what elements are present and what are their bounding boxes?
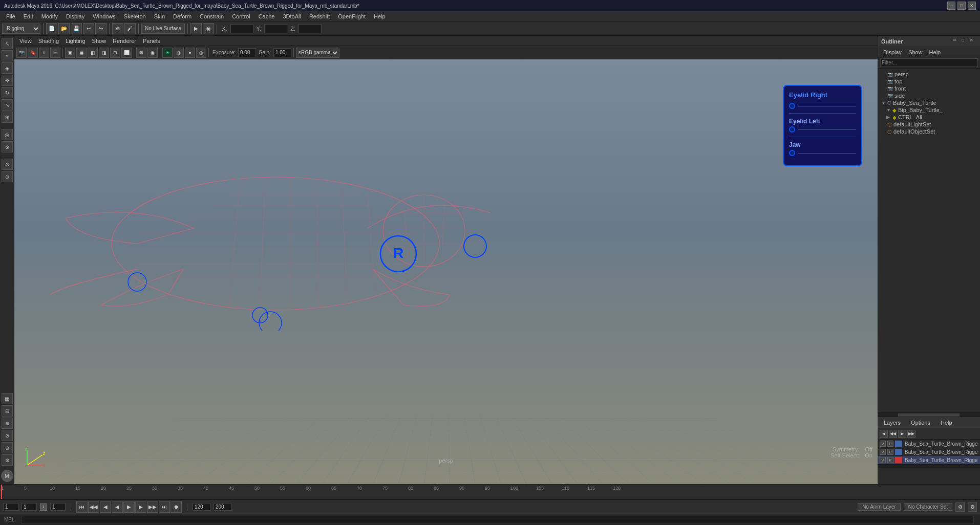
points-button[interactable]: ⊡ (110, 48, 120, 58)
vp-menu-shading[interactable]: Shading (35, 37, 62, 45)
char-settings-button[interactable]: ⚙ (968, 502, 977, 512)
grid-toggle-button[interactable]: # (39, 48, 49, 58)
rotate-tool[interactable]: ↻ (2, 87, 13, 98)
show-manipulator-tool[interactable]: ⊗ (2, 141, 13, 152)
bookmarks-button[interactable]: 🔖 (28, 48, 38, 58)
outliner-float-button[interactable]: □ (962, 38, 969, 45)
snap-button[interactable]: ⊕ (2, 418, 13, 429)
eyelid-left-dot[interactable] (789, 126, 795, 133)
menu-cache[interactable]: Cache (254, 12, 279, 20)
film-gate-button[interactable]: ▭ (50, 48, 60, 58)
soft-modification-tool[interactable]: ◎ (2, 129, 13, 140)
menu-control[interactable]: Control (228, 12, 254, 20)
extra2-button[interactable]: ⊛ (2, 454, 13, 466)
menu-display[interactable]: Display (62, 12, 89, 20)
vp-menu-lighting[interactable]: Lighting (62, 37, 89, 45)
paint-select-tool[interactable]: ◈ (2, 62, 13, 74)
eyelid-right-dot[interactable] (789, 103, 795, 109)
outliner-close-button[interactable]: ✕ (970, 38, 977, 45)
menu-edit[interactable]: Edit (19, 12, 37, 20)
save-file-button[interactable]: 💾 (71, 23, 82, 34)
timeline-ruler[interactable]: 1 5 10 15 20 25 30 35 40 45 50 55 60 65 … (0, 485, 980, 499)
undo-button[interactable]: ↩ (83, 23, 94, 34)
deform-button[interactable]: ⊘ (2, 430, 13, 441)
select-tool[interactable]: ↖ (2, 38, 13, 49)
prev-key-button[interactable]: ◀ (100, 501, 111, 513)
vp-menu-view[interactable]: View (16, 37, 35, 45)
timeline-playhead[interactable] (1, 485, 2, 499)
universal-tool[interactable]: ⊞ (2, 112, 13, 123)
sculpt-tool[interactable]: ⊜ (2, 159, 13, 170)
frame-start-input[interactable] (3, 503, 18, 511)
depth-of-field-button[interactable]: ◎ (196, 48, 206, 58)
color-space-dropdown[interactable]: sRGB gamma (296, 48, 339, 58)
anim-end2-input[interactable] (214, 503, 231, 511)
outliner-search-input[interactable] (880, 58, 978, 67)
outliner-scrollbar[interactable] (878, 413, 980, 417)
quick-layout-button[interactable]: ▦ (2, 393, 13, 404)
3d-viewport[interactable]: R Eyelid Right (14, 59, 878, 484)
go-to-start-button[interactable]: ⏮ (76, 501, 88, 513)
redo-button[interactable]: ↪ (95, 23, 106, 34)
ipr-button[interactable]: ◉ (203, 23, 214, 34)
outliner-item-bip-baby-turtle[interactable]: ▼ ◆ Bip_Baby_Turtle_ (880, 106, 978, 114)
layers-fwd-button[interactable]: ▶▶ (907, 430, 915, 438)
live-surface-button[interactable]: No Live Surface (141, 24, 185, 34)
layer3-visibility[interactable]: V (880, 457, 886, 463)
outliner-menu-show[interactable]: Show (905, 48, 926, 56)
y-input[interactable] (264, 24, 287, 33)
outliner-item-default-light-set[interactable]: ⬡ defaultLightSet (880, 121, 978, 128)
vp-menu-panels[interactable]: Panels (140, 37, 163, 45)
lighting-button[interactable]: ☀ (162, 48, 173, 58)
step-back-button[interactable]: ◀◀ (88, 501, 99, 513)
grid-button[interactable]: ⊟ (2, 405, 13, 417)
layers-back-button[interactable]: ◀◀ (889, 430, 897, 438)
move-tool[interactable]: ✛ (2, 75, 13, 86)
anim-end-input[interactable] (193, 503, 210, 511)
close-button[interactable]: ✕ (968, 2, 976, 10)
new-file-button[interactable]: 📄 (46, 23, 57, 34)
maximize-button[interactable]: □ (957, 2, 966, 10)
xray-button[interactable]: ⊠ (136, 48, 146, 58)
mode-dropdown[interactable]: Rigging Animation Modeling (2, 24, 40, 34)
menu-windows[interactable]: Windows (89, 12, 120, 20)
exposure-input[interactable] (238, 48, 256, 57)
outliner-item-ctrl-all[interactable]: ▶ ◆ CTRL_All (880, 114, 978, 121)
gain-input[interactable] (273, 48, 291, 57)
outliner-item-front[interactable]: 📷 front (880, 85, 978, 92)
layer2-playback[interactable]: P (887, 449, 893, 455)
z-input[interactable] (299, 24, 322, 33)
outliner-item-baby-sea-turtle[interactable]: ▼ ⬡ Baby_Sea_Turtle (880, 99, 978, 106)
play-back-button[interactable]: ◀ (112, 501, 123, 513)
step-forward-button[interactable]: ▶▶ (147, 501, 158, 513)
paint-tool[interactable]: ⊙ (2, 171, 13, 182)
menu-constrain[interactable]: Constrain (196, 12, 228, 20)
no-anim-layer-button[interactable]: No Anim Layer (858, 503, 901, 511)
shade-wire-button[interactable]: ◨ (99, 48, 109, 58)
camera-select-button[interactable]: 📷 (16, 48, 27, 58)
menu-redshift[interactable]: Redshift (305, 12, 334, 20)
extra1-button[interactable]: ⊖ (2, 442, 13, 453)
outliner-item-top[interactable]: 📷 top (880, 78, 978, 85)
layer2-visibility[interactable]: V (880, 449, 886, 455)
frame-current-input[interactable] (22, 503, 37, 511)
menu-skeleton[interactable]: Skeleton (120, 12, 150, 20)
menu-deform[interactable]: Deform (169, 12, 196, 20)
lasso-tool[interactable]: ⌖ (2, 50, 13, 61)
outliner-menu-help[interactable]: Help (926, 48, 944, 56)
command-input-area[interactable] (21, 516, 974, 524)
go-to-end-button[interactable]: ⏭ (159, 501, 170, 513)
smooth-shade-button[interactable]: ◼ (76, 48, 87, 58)
layer3-playback[interactable]: P (887, 457, 893, 463)
layers-prev-button[interactable]: ◀ (880, 430, 888, 438)
flat-shade-button[interactable]: ◧ (88, 48, 98, 58)
outliner-menu-display[interactable]: Display (880, 48, 905, 56)
menu-modify[interactable]: Modify (37, 12, 62, 20)
scale-tool[interactable]: ⤡ (2, 99, 13, 111)
ao-button[interactable]: ● (185, 48, 195, 58)
menu-file[interactable]: File (2, 12, 19, 20)
layer1-visibility[interactable]: V (880, 441, 886, 447)
outliner-item-persp[interactable]: 📷 persp (880, 71, 978, 78)
jaw-dot[interactable] (789, 150, 795, 156)
layer1-playback[interactable]: P (887, 441, 893, 447)
